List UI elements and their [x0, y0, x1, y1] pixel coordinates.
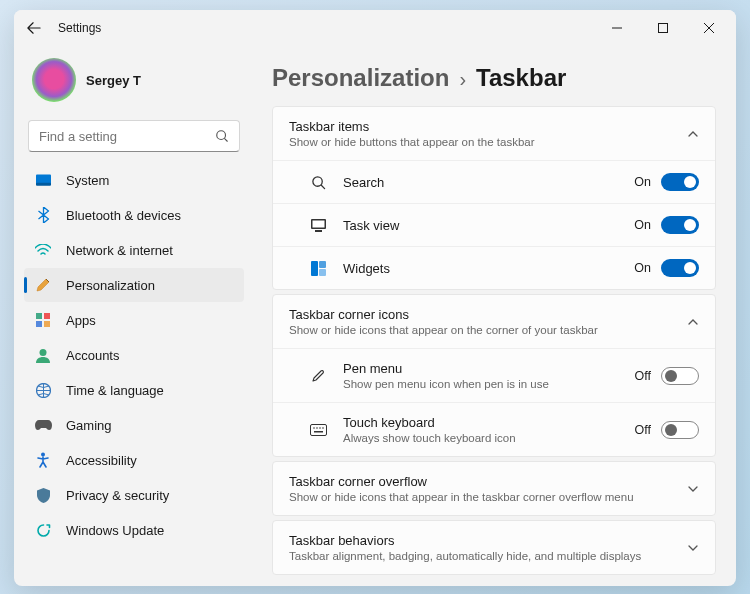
row-search: Search On [273, 160, 715, 203]
section-title: Taskbar corner icons [289, 307, 687, 322]
nav-label: Privacy & security [66, 488, 169, 503]
accessibility-icon [34, 451, 52, 469]
svg-point-11 [312, 176, 321, 185]
svg-point-22 [322, 427, 324, 429]
toggle-search[interactable] [661, 173, 699, 191]
section-header[interactable]: Taskbar corner overflow Show or hide ico… [273, 462, 715, 515]
close-icon [704, 23, 714, 33]
minimize-button[interactable] [594, 12, 640, 44]
pen-icon [309, 367, 327, 385]
svg-rect-0 [659, 24, 668, 33]
get-help-link[interactable]: Get help [276, 585, 716, 586]
chevron-up-icon [687, 128, 699, 140]
chevron-down-icon [687, 483, 699, 495]
section-header[interactable]: Taskbar behaviors Taskbar alignment, bad… [273, 521, 715, 574]
nav-label: Accessibility [66, 453, 137, 468]
row-label: Pen menu [343, 361, 635, 376]
nav-update[interactable]: Windows Update [24, 513, 244, 547]
chevron-right-icon: › [459, 68, 466, 91]
chevron-down-icon [687, 542, 699, 554]
chevron-up-icon [687, 316, 699, 328]
arrow-left-icon [27, 21, 41, 35]
toggle-task-view[interactable] [661, 216, 699, 234]
settings-window: Settings Sergey T System Bluetooth & dev… [14, 10, 736, 586]
nav-label: Windows Update [66, 523, 164, 538]
section-behaviors: Taskbar behaviors Taskbar alignment, bad… [272, 520, 716, 575]
breadcrumb-parent[interactable]: Personalization [272, 64, 449, 92]
section-taskbar-items: Taskbar items Show or hide buttons that … [272, 106, 716, 290]
svg-rect-7 [44, 321, 50, 327]
nav-network[interactable]: Network & internet [24, 233, 244, 267]
row-touch-keyboard: Touch keyboard Always show touch keyboar… [273, 402, 715, 456]
back-button[interactable] [18, 12, 50, 44]
nav-apps[interactable]: Apps [24, 303, 244, 337]
search-icon [215, 129, 229, 143]
breadcrumb-current: Taskbar [476, 64, 566, 92]
toggle-state: On [634, 218, 651, 232]
toggle-widgets[interactable] [661, 259, 699, 277]
row-task-view: Task view On [273, 203, 715, 246]
nav-privacy[interactable]: Privacy & security [24, 478, 244, 512]
sidebar: Sergey T System Bluetooth & devices Netw… [14, 46, 254, 586]
section-title: Taskbar corner overflow [289, 474, 687, 489]
section-title: Taskbar items [289, 119, 687, 134]
svg-rect-14 [315, 230, 322, 232]
section-title: Taskbar behaviors [289, 533, 687, 548]
svg-point-10 [41, 453, 45, 457]
row-label: Widgets [343, 261, 634, 276]
accounts-icon [34, 346, 52, 364]
breadcrumb: Personalization › Taskbar [272, 64, 716, 92]
row-pen-menu: Pen menu Show pen menu icon when pen is … [273, 348, 715, 402]
nav-personalization[interactable]: Personalization [24, 268, 244, 302]
user-profile[interactable]: Sergey T [22, 50, 246, 114]
nav-label: Gaming [66, 418, 112, 433]
nav-accounts[interactable]: Accounts [24, 338, 244, 372]
search-icon [309, 173, 327, 191]
svg-rect-3 [36, 183, 51, 186]
svg-rect-13 [312, 220, 324, 227]
user-name: Sergey T [86, 73, 141, 88]
nav-gaming[interactable]: Gaming [24, 408, 244, 442]
titlebar: Settings [14, 10, 736, 46]
svg-rect-15 [311, 261, 318, 276]
nav-label: Apps [66, 313, 96, 328]
nav-label: Network & internet [66, 243, 173, 258]
nav-label: System [66, 173, 109, 188]
toggle-state: On [634, 261, 651, 275]
search-field[interactable] [39, 129, 215, 144]
toggle-pen-menu[interactable] [661, 367, 699, 385]
svg-rect-17 [319, 269, 326, 276]
svg-rect-18 [310, 424, 326, 435]
section-subtitle: Show or hide icons that appear in the ta… [289, 491, 687, 503]
toggle-touch-keyboard[interactable] [661, 421, 699, 439]
toggle-state: On [634, 175, 651, 189]
row-sublabel: Show pen menu icon when pen is in use [343, 378, 635, 390]
svg-point-8 [40, 349, 47, 356]
nav-time-language[interactable]: Time & language [24, 373, 244, 407]
main-panel[interactable]: Personalization › Taskbar Taskbar items … [254, 46, 736, 586]
nav-bluetooth[interactable]: Bluetooth & devices [24, 198, 244, 232]
svg-point-20 [316, 427, 318, 429]
maximize-button[interactable] [640, 12, 686, 44]
toggle-state: Off [635, 369, 651, 383]
close-button[interactable] [686, 12, 732, 44]
avatar [32, 58, 76, 102]
gaming-icon [34, 416, 52, 434]
section-corner-icons: Taskbar corner icons Show or hide icons … [272, 294, 716, 457]
app-title: Settings [58, 21, 101, 35]
svg-rect-5 [44, 313, 50, 319]
section-subtitle: Show or hide icons that appear on the co… [289, 324, 687, 336]
maximize-icon [658, 23, 668, 33]
section-header[interactable]: Taskbar items Show or hide buttons that … [273, 107, 715, 160]
task-view-icon [309, 216, 327, 234]
row-widgets: Widgets On [273, 246, 715, 289]
row-sublabel: Always show touch keyboard icon [343, 432, 635, 444]
section-header[interactable]: Taskbar corner icons Show or hide icons … [273, 295, 715, 348]
time-language-icon [34, 381, 52, 399]
svg-point-21 [319, 427, 321, 429]
nav-accessibility[interactable]: Accessibility [24, 443, 244, 477]
search-input[interactable] [28, 120, 240, 152]
nav-system[interactable]: System [24, 163, 244, 197]
svg-point-1 [217, 131, 226, 140]
nav-label: Time & language [66, 383, 164, 398]
